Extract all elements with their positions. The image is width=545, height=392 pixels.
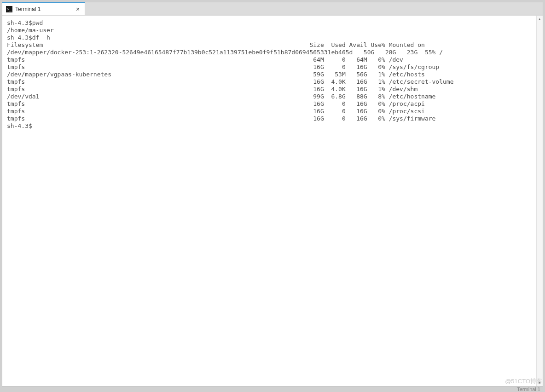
- tab-title: Terminal 1: [15, 6, 41, 12]
- tab-terminal-1[interactable]: >_ Terminal 1 ×: [2, 2, 85, 15]
- terminal-window: >_ Terminal 1 × sh-4.3$pwd /home/ma-user…: [2, 2, 543, 386]
- terminal-output[interactable]: sh-4.3$pwd /home/ma-user sh-4.3$df -h Fi…: [2, 16, 543, 133]
- tab-bar: >_ Terminal 1 ×: [2, 2, 543, 15]
- status-right: Terminal 1: [517, 386, 540, 392]
- scroll-up-icon[interactable]: ▴: [537, 16, 543, 22]
- close-icon[interactable]: ×: [75, 6, 81, 12]
- scroll-down-icon[interactable]: ▾: [537, 380, 543, 386]
- scroll-track[interactable]: [537, 22, 543, 380]
- terminal-area[interactable]: sh-4.3$pwd /home/ma-user sh-4.3$df -h Fi…: [2, 15, 543, 386]
- terminal-icon: >_: [6, 6, 12, 12]
- scrollbar[interactable]: ▴ ▾: [536, 16, 543, 386]
